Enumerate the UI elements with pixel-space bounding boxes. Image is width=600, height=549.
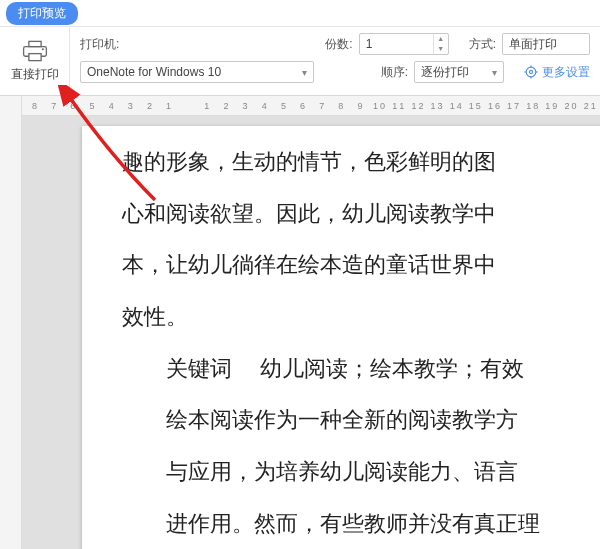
mode-value: 单面打印	[509, 36, 557, 53]
ruler-mark: 20	[562, 101, 581, 111]
chevron-down-icon: ▾	[302, 67, 307, 78]
ruler-mark: 14	[447, 101, 466, 111]
gear-icon	[524, 65, 538, 79]
content-area: 8765432112345678910111213141516171819202…	[0, 96, 600, 549]
ruler-mark: 4	[103, 101, 122, 111]
printer-value: OneNote for Windows 10	[87, 65, 221, 79]
ruler-mark: 2	[217, 101, 236, 111]
ruler-mark: 5	[83, 101, 102, 111]
ruler-mark: 15	[466, 101, 485, 111]
order-label: 顺序:	[381, 64, 408, 81]
copies-value: 1	[366, 37, 427, 51]
ruler-mark: 2	[141, 101, 160, 111]
copies-label: 份数:	[325, 36, 352, 53]
ruler-mark: 1	[160, 101, 179, 111]
mode-label: 方式:	[469, 36, 496, 53]
ruler-mark: 19	[543, 101, 562, 111]
ruler-mark: 10	[371, 101, 390, 111]
document-line: 进作用。然而，有些教师并没有真正理	[122, 498, 600, 549]
ruler-mark: 1	[198, 101, 217, 111]
document-line: 绘本阅读作为一种全新的阅读教学方	[122, 394, 600, 446]
print-settings: 打印机: 份数: 1 ▲ ▼ 方式: 单面打印 OneNote for Wind…	[70, 27, 600, 95]
ruler-mark: 12	[409, 101, 428, 111]
document-line: 本，让幼儿徜徉在绘本造的童话世界中	[122, 239, 600, 291]
chevron-down-icon: ▾	[492, 67, 497, 78]
svg-rect-0	[28, 41, 40, 46]
more-settings-link[interactable]: 更多设置	[524, 64, 590, 81]
vertical-ruler	[0, 96, 22, 549]
copies-input[interactable]: 1 ▲ ▼	[359, 33, 449, 55]
ruler-mark: 6	[294, 101, 313, 111]
window-title-pill: 打印预览	[6, 2, 78, 25]
printer-icon	[21, 40, 49, 62]
ruler-mark: 7	[45, 101, 64, 111]
printer-label: 打印机:	[80, 36, 126, 53]
svg-point-5	[529, 70, 532, 73]
svg-point-3	[41, 48, 43, 50]
svg-point-4	[526, 67, 536, 77]
ruler-mark: 3	[122, 101, 141, 111]
ruler-mark: 5	[275, 101, 294, 111]
document-line: 趣的形象，生动的情节，色彩鲜明的图	[122, 136, 600, 188]
order-value: 逐份打印	[421, 64, 469, 81]
ruler-mark: 17	[505, 101, 524, 111]
ruler-mark: 21	[581, 101, 600, 111]
ruler-mark: 7	[313, 101, 332, 111]
direct-print-button[interactable]: 直接打印	[0, 27, 70, 95]
ruler-mark: 6	[64, 101, 83, 111]
ruler-mark: 4	[256, 101, 275, 111]
ruler-mark: 13	[428, 101, 447, 111]
ruler-mark: 11	[390, 101, 409, 111]
page-viewport[interactable]: 趣的形象，生动的情节，色彩鲜明的图心和阅读欲望。因此，幼儿阅读教学中本，让幼儿徜…	[22, 116, 600, 549]
svg-rect-2	[28, 53, 40, 60]
titlebar: 打印预览	[0, 0, 600, 26]
spin-up-icon[interactable]: ▲	[434, 34, 448, 44]
printer-select[interactable]: OneNote for Windows 10 ▾	[80, 61, 314, 83]
ruler-mark: 9	[351, 101, 370, 111]
ruler-mark: 18	[524, 101, 543, 111]
mode-select[interactable]: 单面打印	[502, 33, 590, 55]
ruler-mark: 3	[237, 101, 256, 111]
document-line: 关键词 幼儿阅读；绘本教学；有效	[122, 343, 600, 395]
document-line: 效性。	[122, 291, 600, 343]
document-line: 与应用，为培养幼儿阅读能力、语言	[122, 446, 600, 498]
ruler-mark: 8	[26, 101, 45, 111]
ruler-mark: 8	[332, 101, 351, 111]
spin-down-icon[interactable]: ▼	[434, 44, 448, 54]
more-settings-label: 更多设置	[542, 64, 590, 81]
print-toolbar: 直接打印 打印机: 份数: 1 ▲ ▼ 方式: 单面打印 OneNote for…	[0, 26, 600, 96]
order-select[interactable]: 逐份打印 ▾	[414, 61, 504, 83]
document-line: 心和阅读欲望。因此，幼儿阅读教学中	[122, 188, 600, 240]
document-page: 趣的形象，生动的情节，色彩鲜明的图心和阅读欲望。因此，幼儿阅读教学中本，让幼儿徜…	[82, 126, 600, 549]
ruler-mark: 16	[485, 101, 504, 111]
direct-print-label: 直接打印	[11, 66, 59, 83]
horizontal-ruler: 8765432112345678910111213141516171819202…	[22, 96, 600, 116]
